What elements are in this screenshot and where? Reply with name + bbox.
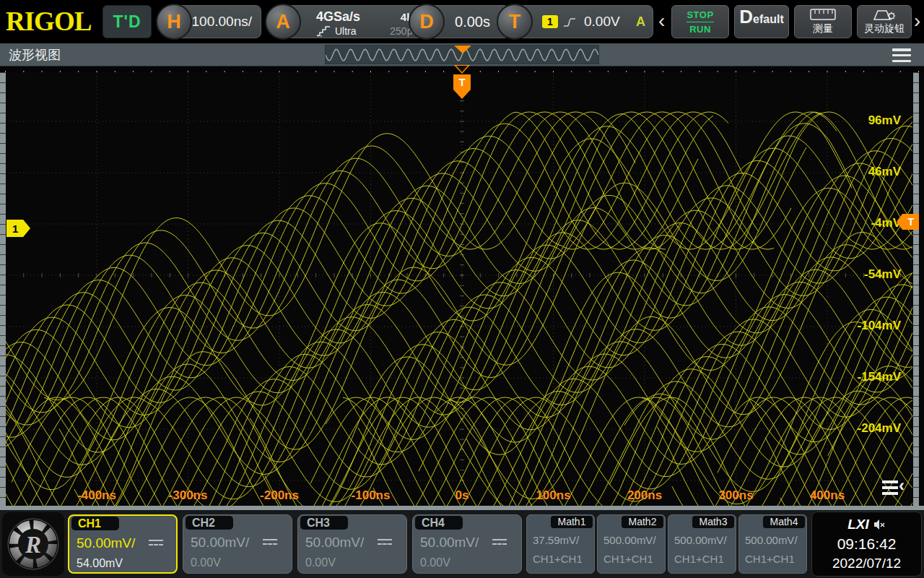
math3-tab: Math3 xyxy=(692,516,734,528)
trigger-sweep-mode: A xyxy=(636,14,645,30)
staircase-icon xyxy=(316,26,334,37)
acq-mode: Ultra xyxy=(335,25,357,37)
trigger-box[interactable]: 1 0.00V A xyxy=(514,5,653,38)
system-info-box[interactable]: LXI 09:16:42 2022/07/12 xyxy=(811,512,922,577)
svg-text:R: R xyxy=(25,532,41,558)
left-scale-ruler xyxy=(0,72,6,506)
ch1-tab: CH1 xyxy=(71,517,119,530)
delay-value: 0.00s xyxy=(455,14,490,30)
voltage-label: -154mV xyxy=(858,370,901,384)
measure-label: 测量 xyxy=(813,22,833,35)
channel-box-ch3[interactable]: CH3 50.00mV/ 0.00V xyxy=(297,514,407,574)
acquisition-knob-button[interactable]: A xyxy=(265,4,301,40)
dc-coupling-icon xyxy=(492,539,507,546)
rigol-emblem-button[interactable]: R xyxy=(2,512,64,576)
default-button[interactable]: Default xyxy=(734,5,789,38)
time-label: -200ns xyxy=(247,488,312,503)
time-label: 300ns xyxy=(704,488,769,503)
time-label: 0s xyxy=(430,488,494,503)
waveform-svg xyxy=(5,72,914,506)
dc-coupling-icon xyxy=(263,539,277,546)
voltage-label: -204mV xyxy=(858,421,901,436)
trigger-status-indicator: T'D xyxy=(103,5,152,38)
voltage-label: 46mV xyxy=(868,165,901,179)
math3-scale: 500.00mV/ xyxy=(674,534,727,546)
horizontal-knob-button[interactable]: H xyxy=(156,4,192,40)
waveform-preview-strip[interactable] xyxy=(325,45,599,64)
default-rest: efault xyxy=(753,13,784,26)
math-box-math2[interactable]: Math2 500.00mV/ CH1+CH1 xyxy=(597,514,666,574)
trigger-flag-letter: T xyxy=(453,76,471,88)
time-label: 400ns xyxy=(795,488,860,503)
stop-label: STOP xyxy=(687,9,713,20)
voltage-label: -104mV xyxy=(858,319,901,333)
lxi-row: LXI xyxy=(812,517,921,532)
acquisition-letter: A xyxy=(276,11,290,33)
system-date: 2022/07/12 xyxy=(812,556,921,571)
horizontal-ruler xyxy=(0,66,924,72)
trigger-position-triangle-icon[interactable] xyxy=(454,65,470,74)
ch1-scale: 50.00mV/ xyxy=(77,535,135,551)
trigger-position-flag[interactable]: T xyxy=(453,74,471,99)
ch2-offset: 0.00V xyxy=(191,556,221,569)
ch4-tab: CH4 xyxy=(415,516,463,530)
math4-expression: CH1+CH1 xyxy=(745,553,795,565)
math2-scale: 500.00mV/ xyxy=(603,534,656,546)
trigger-source-badge: 1 xyxy=(542,15,558,28)
math1-scale: 37.59mV/ xyxy=(533,534,579,546)
channel-box-ch4[interactable]: CH4 50.00mV/ 0.00V xyxy=(412,514,522,574)
stop-run-divider xyxy=(687,22,714,22)
nav-right-chevron[interactable]: › xyxy=(914,10,920,32)
default-initial: D xyxy=(739,6,753,28)
ruler-icon xyxy=(810,9,836,21)
menu-hamburger-icon[interactable] xyxy=(892,48,911,62)
menu-collapse-icon[interactable]: ‹ xyxy=(882,478,912,499)
math4-tab: Math4 xyxy=(763,516,805,528)
quick-knob-label: 灵动旋钮 xyxy=(864,22,905,35)
stop-run-button[interactable]: STOP RUN xyxy=(671,5,729,38)
rising-edge-icon xyxy=(562,16,577,28)
rigol-logo: RIGOL xyxy=(6,6,91,37)
waveform-view-row: 波形视图 xyxy=(0,43,924,66)
channel-status-bar: R CH1 50.00mV/ 54.00mV CH2 50.00mV/ 0.00… xyxy=(0,510,924,578)
delay-letter: D xyxy=(419,11,434,33)
math1-tab: Math1 xyxy=(551,516,593,528)
system-time: 09:16:42 xyxy=(812,535,921,553)
channel-box-ch1[interactable]: CH1 50.00mV/ 54.00mV xyxy=(68,514,178,574)
ch2-tab: CH2 xyxy=(186,516,233,530)
trigger-knob-button[interactable]: T xyxy=(497,4,533,40)
time-label: 200ns xyxy=(612,488,677,503)
preview-trigger-position-icon[interactable] xyxy=(454,46,471,53)
run-label: RUN xyxy=(689,24,711,35)
math-box-math3[interactable]: Math3 500.00mV/ CH1+CH1 xyxy=(668,514,736,574)
voltage-label: -4mV xyxy=(871,216,901,230)
math2-tab: Math2 xyxy=(622,516,663,528)
ch4-scale: 50.00mV/ xyxy=(420,535,479,551)
dc-coupling-icon xyxy=(149,540,163,547)
timebase-value: 100.00ns/ xyxy=(192,14,252,30)
rigol-gear-icon: R xyxy=(6,517,61,571)
trigger-letter: T xyxy=(509,11,521,33)
math1-expression: CH1+CH1 xyxy=(533,553,583,565)
delay-knob-button[interactable]: D xyxy=(409,4,445,40)
view-title: 波形视图 xyxy=(9,46,61,64)
top-status-bar: RIGOL T'D H 100.00ns/ A 4GSa/s 4kpts Ult… xyxy=(0,0,924,43)
math-box-math4[interactable]: Math4 500.00mV/ CH1+CH1 xyxy=(738,514,807,574)
voltage-label: 96mV xyxy=(868,113,901,128)
channel-box-ch2[interactable]: CH2 50.00mV/ 0.00V xyxy=(183,514,292,574)
dc-coupling-icon xyxy=(378,539,392,546)
ch1-offset: 54.00mV xyxy=(77,557,123,570)
trigger-level-value: 0.00V xyxy=(584,14,620,30)
speaker-muted-icon xyxy=(873,519,886,530)
time-label: -300ns xyxy=(156,488,221,503)
voltage-label: -54mV xyxy=(864,267,901,282)
knob-gear-icon xyxy=(872,8,897,21)
math-box-math1[interactable]: Math1 37.59mV/ CH1+CH1 xyxy=(526,514,595,574)
nav-left-chevron[interactable]: ‹ xyxy=(658,10,665,32)
horizontal-letter: H xyxy=(167,11,181,33)
quick-knob-button[interactable]: 灵动旋钮 xyxy=(857,5,912,38)
ch3-scale: 50.00mV/ xyxy=(305,535,364,551)
time-label: -100ns xyxy=(339,488,404,503)
lxi-logo: LXI xyxy=(847,517,869,532)
measure-button[interactable]: 测量 xyxy=(794,5,852,38)
